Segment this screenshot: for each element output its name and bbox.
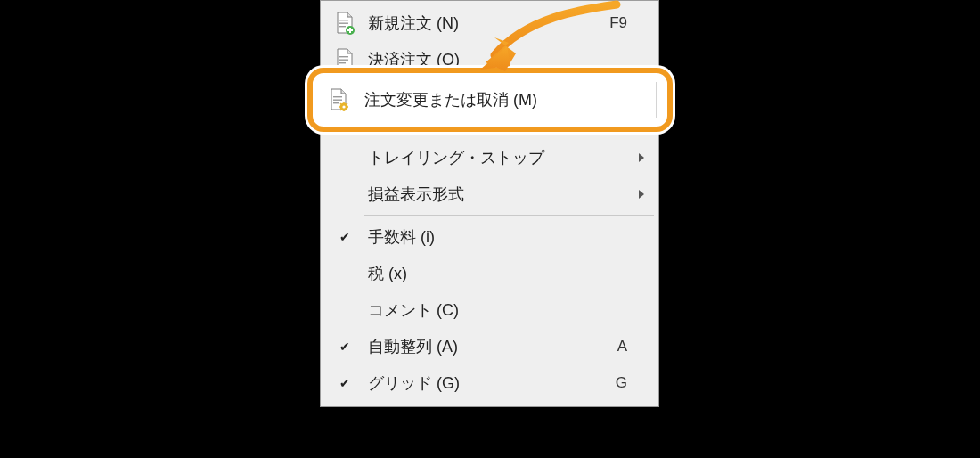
- menu-item-label: グリッド (G): [368, 372, 597, 394]
- chevron-right-icon: [627, 152, 645, 163]
- menu-item-label: 決済注文 (O): [368, 49, 597, 70]
- menu-item-label: 税 (x): [368, 263, 597, 284]
- menu-item-profit-display[interactable]: 損益表示形式: [322, 176, 657, 212]
- menu-item-label: 損益表示形式: [368, 184, 597, 205]
- svg-point-21: [342, 105, 345, 108]
- menu-item-label: 手数料 (i): [368, 226, 597, 248]
- menu-item-accel: G: [597, 374, 627, 392]
- svg-line-19: [347, 103, 347, 104]
- svg-rect-8: [339, 62, 346, 63]
- menu-item-comment[interactable]: コメント (C): [322, 291, 657, 328]
- menu-item-label: 自動整列 (A): [368, 336, 597, 357]
- svg-rect-0: [339, 20, 348, 20]
- svg-rect-9: [333, 96, 342, 97]
- menu-item-accel: F9: [597, 14, 627, 32]
- doc-gear-icon: [313, 88, 364, 111]
- menu-item-label: 新規注文 (N): [368, 12, 597, 34]
- menu-item-label: トレイリング・ストップ: [368, 147, 597, 168]
- context-menu: 新規注文 (N) F9 決済注文 (O) トレイリング・ストップ: [320, 0, 659, 407]
- svg-rect-2: [339, 26, 346, 27]
- menu-item-commission[interactable]: ✔ 手数料 (i): [322, 218, 657, 255]
- menu-item-label: コメント (C): [368, 299, 597, 321]
- checkmark-icon: ✔: [322, 230, 368, 244]
- menu-item-new-order[interactable]: 新規注文 (N) F9: [322, 4, 657, 41]
- menu-item-accel: A: [597, 338, 627, 356]
- doc-plus-icon: [322, 12, 368, 35]
- divider: [656, 82, 657, 118]
- svg-rect-11: [333, 102, 339, 103]
- svg-line-20: [340, 110, 341, 110]
- chevron-right-icon: [627, 189, 645, 200]
- checkmark-icon: ✔: [322, 339, 368, 354]
- menu-item-modify-cancel[interactable]: 注文変更または取消 (M): [307, 68, 673, 132]
- svg-rect-5: [347, 29, 353, 31]
- menu-item-tax[interactable]: 税 (x): [322, 255, 657, 291]
- svg-line-18: [347, 110, 347, 110]
- checkmark-icon: ✔: [322, 376, 368, 390]
- menu-item-grid[interactable]: ✔ グリッド (G) G: [322, 364, 657, 401]
- svg-rect-7: [339, 59, 348, 60]
- svg-rect-6: [339, 56, 348, 57]
- menu-item-trailing-stop[interactable]: トレイリング・ストップ: [322, 139, 657, 176]
- menu-item-auto-arrange[interactable]: ✔ 自動整列 (A) A: [322, 328, 657, 364]
- menu-separator: [364, 215, 654, 216]
- svg-line-17: [340, 103, 341, 104]
- menu-item-label: 注文変更または取消 (M): [364, 89, 655, 110]
- svg-rect-1: [339, 22, 348, 23]
- svg-rect-10: [333, 100, 342, 101]
